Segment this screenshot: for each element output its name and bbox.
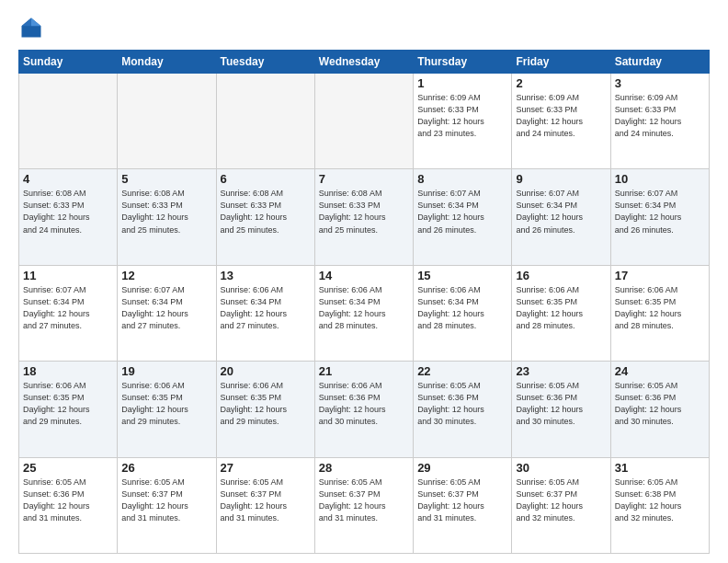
calendar-week-row: 4Sunrise: 6:08 AM Sunset: 6:33 PM Daylig… xyxy=(19,169,710,265)
calendar-cell: 2Sunrise: 6:09 AM Sunset: 6:33 PM Daylig… xyxy=(512,74,610,169)
calendar-cell: 10Sunrise: 6:07 AM Sunset: 6:34 PM Dayli… xyxy=(610,169,709,265)
day-info: Sunrise: 6:05 AM Sunset: 6:37 PM Dayligh… xyxy=(121,477,211,524)
page: SundayMondayTuesdayWednesdayThursdayFrid… xyxy=(0,0,728,563)
day-info: Sunrise: 6:05 AM Sunset: 6:36 PM Dayligh… xyxy=(516,380,606,428)
weekday-header-monday: Monday xyxy=(118,51,216,74)
day-number: 23 xyxy=(516,364,606,378)
day-info: Sunrise: 6:08 AM Sunset: 6:33 PM Dayligh… xyxy=(121,188,211,236)
calendar-cell: 4Sunrise: 6:08 AM Sunset: 6:33 PM Daylig… xyxy=(19,169,118,265)
calendar-cell: 5Sunrise: 6:08 AM Sunset: 6:33 PM Daylig… xyxy=(118,169,216,265)
day-number: 1 xyxy=(417,76,507,90)
day-info: Sunrise: 6:05 AM Sunset: 6:37 PM Dayligh… xyxy=(516,477,606,524)
calendar-cell: 27Sunrise: 6:05 AM Sunset: 6:37 PM Dayli… xyxy=(216,457,314,553)
day-info: Sunrise: 6:05 AM Sunset: 6:36 PM Dayligh… xyxy=(23,477,113,524)
day-number: 8 xyxy=(417,172,507,186)
day-number: 12 xyxy=(121,269,211,282)
day-number: 26 xyxy=(121,461,211,475)
day-number: 22 xyxy=(417,364,507,378)
weekday-header-row: SundayMondayTuesdayWednesdayThursdayFrid… xyxy=(19,51,710,74)
day-number: 13 xyxy=(221,269,311,282)
day-info: Sunrise: 6:06 AM Sunset: 6:34 PM Dayligh… xyxy=(417,284,507,332)
day-info: Sunrise: 6:07 AM Sunset: 6:34 PM Dayligh… xyxy=(121,284,211,332)
day-info: Sunrise: 6:07 AM Sunset: 6:34 PM Dayligh… xyxy=(417,188,507,236)
weekday-header-thursday: Thursday xyxy=(414,51,512,74)
calendar-cell: 22Sunrise: 6:05 AM Sunset: 6:36 PM Dayli… xyxy=(414,362,512,457)
calendar-cell: 11Sunrise: 6:07 AM Sunset: 6:34 PM Dayli… xyxy=(19,265,118,361)
weekday-header-wednesday: Wednesday xyxy=(314,51,413,74)
day-number: 6 xyxy=(221,172,311,186)
day-number: 2 xyxy=(516,76,606,90)
calendar-cell xyxy=(19,74,118,169)
calendar-cell: 13Sunrise: 6:06 AM Sunset: 6:34 PM Dayli… xyxy=(216,265,314,361)
day-number: 14 xyxy=(319,269,409,282)
day-number: 5 xyxy=(121,172,211,186)
day-number: 9 xyxy=(516,172,606,186)
day-info: Sunrise: 6:06 AM Sunset: 6:34 PM Dayligh… xyxy=(319,284,409,332)
calendar-cell: 20Sunrise: 6:06 AM Sunset: 6:35 PM Dayli… xyxy=(216,362,314,457)
day-number: 31 xyxy=(615,461,705,475)
weekday-header-tuesday: Tuesday xyxy=(216,51,314,74)
day-number: 24 xyxy=(615,364,705,378)
weekday-header-saturday: Saturday xyxy=(610,51,709,74)
day-info: Sunrise: 6:09 AM Sunset: 6:33 PM Dayligh… xyxy=(615,92,705,140)
svg-marker-2 xyxy=(22,18,32,27)
day-number: 10 xyxy=(615,172,705,186)
calendar-cell: 24Sunrise: 6:05 AM Sunset: 6:36 PM Dayli… xyxy=(610,362,709,457)
day-info: Sunrise: 6:06 AM Sunset: 6:35 PM Dayligh… xyxy=(615,284,705,332)
day-info: Sunrise: 6:05 AM Sunset: 6:36 PM Dayligh… xyxy=(417,380,507,428)
calendar-cell: 7Sunrise: 6:08 AM Sunset: 6:33 PM Daylig… xyxy=(314,169,413,265)
calendar-cell: 17Sunrise: 6:06 AM Sunset: 6:35 PM Dayli… xyxy=(610,265,709,361)
logo xyxy=(18,15,50,40)
day-info: Sunrise: 6:08 AM Sunset: 6:33 PM Dayligh… xyxy=(319,188,409,236)
day-info: Sunrise: 6:06 AM Sunset: 6:35 PM Dayligh… xyxy=(221,380,311,428)
calendar-cell: 15Sunrise: 6:06 AM Sunset: 6:34 PM Dayli… xyxy=(414,265,512,361)
calendar-cell: 31Sunrise: 6:05 AM Sunset: 6:38 PM Dayli… xyxy=(610,457,709,553)
day-info: Sunrise: 6:08 AM Sunset: 6:33 PM Dayligh… xyxy=(23,188,113,236)
header xyxy=(18,15,710,40)
day-info: Sunrise: 6:07 AM Sunset: 6:34 PM Dayligh… xyxy=(23,284,113,332)
day-number: 20 xyxy=(221,364,311,378)
calendar-cell: 8Sunrise: 6:07 AM Sunset: 6:34 PM Daylig… xyxy=(414,169,512,265)
svg-marker-1 xyxy=(31,18,41,27)
calendar-cell: 28Sunrise: 6:05 AM Sunset: 6:37 PM Dayli… xyxy=(314,457,413,553)
day-number: 25 xyxy=(23,461,113,475)
day-info: Sunrise: 6:06 AM Sunset: 6:35 PM Dayligh… xyxy=(23,380,113,428)
calendar-week-row: 1Sunrise: 6:09 AM Sunset: 6:33 PM Daylig… xyxy=(19,74,710,169)
day-number: 21 xyxy=(319,364,409,378)
calendar-cell: 21Sunrise: 6:06 AM Sunset: 6:36 PM Dayli… xyxy=(314,362,413,457)
calendar-cell: 29Sunrise: 6:05 AM Sunset: 6:37 PM Dayli… xyxy=(414,457,512,553)
day-info: Sunrise: 6:05 AM Sunset: 6:37 PM Dayligh… xyxy=(417,477,507,524)
day-info: Sunrise: 6:05 AM Sunset: 6:37 PM Dayligh… xyxy=(221,477,311,524)
calendar-cell: 19Sunrise: 6:06 AM Sunset: 6:35 PM Dayli… xyxy=(118,362,216,457)
calendar-week-row: 18Sunrise: 6:06 AM Sunset: 6:35 PM Dayli… xyxy=(19,362,710,457)
day-number: 30 xyxy=(516,461,606,475)
calendar-cell xyxy=(216,74,314,169)
calendar-cell: 6Sunrise: 6:08 AM Sunset: 6:33 PM Daylig… xyxy=(216,169,314,265)
day-number: 7 xyxy=(319,172,409,186)
calendar-cell: 3Sunrise: 6:09 AM Sunset: 6:33 PM Daylig… xyxy=(610,74,709,169)
day-info: Sunrise: 6:08 AM Sunset: 6:33 PM Dayligh… xyxy=(221,188,311,236)
day-info: Sunrise: 6:05 AM Sunset: 6:38 PM Dayligh… xyxy=(615,477,705,524)
weekday-header-friday: Friday xyxy=(512,51,610,74)
day-info: Sunrise: 6:09 AM Sunset: 6:33 PM Dayligh… xyxy=(516,92,606,140)
day-info: Sunrise: 6:05 AM Sunset: 6:36 PM Dayligh… xyxy=(615,380,705,428)
calendar-cell: 14Sunrise: 6:06 AM Sunset: 6:34 PM Dayli… xyxy=(314,265,413,361)
calendar-cell: 25Sunrise: 6:05 AM Sunset: 6:36 PM Dayli… xyxy=(19,457,118,553)
calendar-cell: 9Sunrise: 6:07 AM Sunset: 6:34 PM Daylig… xyxy=(512,169,610,265)
calendar-week-row: 11Sunrise: 6:07 AM Sunset: 6:34 PM Dayli… xyxy=(19,265,710,361)
day-number: 3 xyxy=(615,76,705,90)
logo-icon xyxy=(18,15,44,40)
weekday-header-sunday: Sunday xyxy=(19,51,118,74)
calendar-cell xyxy=(314,74,413,169)
day-number: 4 xyxy=(23,172,113,186)
calendar-cell: 16Sunrise: 6:06 AM Sunset: 6:35 PM Dayli… xyxy=(512,265,610,361)
day-number: 29 xyxy=(417,461,507,475)
calendar-cell: 23Sunrise: 6:05 AM Sunset: 6:36 PM Dayli… xyxy=(512,362,610,457)
day-number: 11 xyxy=(23,269,113,282)
calendar-table: SundayMondayTuesdayWednesdayThursdayFrid… xyxy=(18,50,710,554)
calendar-cell: 30Sunrise: 6:05 AM Sunset: 6:37 PM Dayli… xyxy=(512,457,610,553)
day-info: Sunrise: 6:06 AM Sunset: 6:35 PM Dayligh… xyxy=(516,284,606,332)
calendar-cell: 1Sunrise: 6:09 AM Sunset: 6:33 PM Daylig… xyxy=(414,74,512,169)
day-number: 28 xyxy=(319,461,409,475)
day-info: Sunrise: 6:07 AM Sunset: 6:34 PM Dayligh… xyxy=(516,188,606,236)
